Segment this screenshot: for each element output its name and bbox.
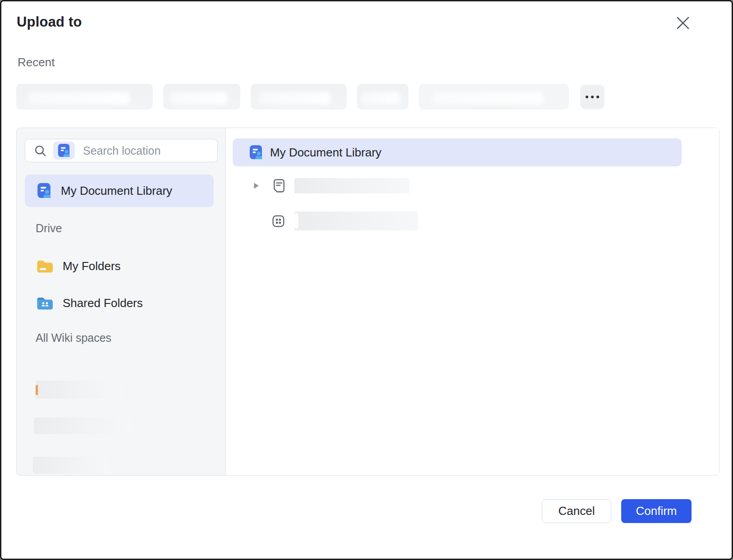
tree-item-row[interactable] — [252, 178, 719, 194]
library-icon — [37, 183, 52, 199]
search-box[interactable] — [25, 139, 218, 162]
tree-root-my-document-library[interactable]: My Document Library — [233, 138, 682, 166]
recent-chip[interactable] — [251, 84, 347, 110]
upload-dialog: Upload to Recent — [0, 0, 733, 560]
library-icon — [249, 145, 263, 160]
sidebar-item-label: My Document Library — [61, 184, 172, 198]
sidebar-item-my-document-library[interactable]: My Document Library — [25, 174, 214, 207]
expand-button[interactable] — [252, 182, 260, 190]
close-button[interactable] — [675, 15, 691, 31]
sidebar-item-label: My Folders — [63, 259, 121, 273]
library-icon — [57, 143, 71, 158]
search-input[interactable] — [81, 144, 217, 157]
doc-icon — [271, 178, 285, 193]
dialog-title: Upload to — [17, 14, 82, 30]
my-folders-icon — [37, 259, 54, 273]
redacted-item-name — [294, 178, 409, 193]
search-scope-chip[interactable] — [53, 142, 75, 160]
sidebar-item-my-folders[interactable]: My Folders — [17, 257, 225, 275]
redacted-wiki-space-item[interactable] — [34, 418, 133, 434]
more-recent-button[interactable] — [580, 85, 605, 109]
more-icon — [585, 95, 600, 99]
sidebar-item-label: Shared Folders — [63, 296, 143, 310]
caret-right-icon — [253, 182, 260, 190]
redacted-item-name — [294, 211, 418, 230]
cancel-button[interactable]: Cancel — [542, 499, 611, 523]
location-picker-panel: My Document Library Drive My Folders — [16, 128, 719, 476]
sidebar-item-shared-folders[interactable]: Shared Folders — [17, 294, 225, 312]
location-sidebar: My Document Library Drive My Folders — [17, 128, 226, 475]
tree-item-row[interactable] — [271, 211, 719, 230]
recent-chip[interactable] — [16, 84, 153, 110]
recent-items-row — [16, 84, 605, 110]
recent-chip[interactable] — [419, 84, 569, 110]
grid-icon — [271, 214, 285, 228]
redacted-wiki-space-item[interactable] — [36, 381, 124, 399]
recent-label: Recent — [18, 55, 55, 69]
dialog-footer: Cancel Confirm — [542, 499, 692, 523]
section-label-all-wiki-spaces: All Wiki spaces — [36, 331, 225, 344]
shared-folders-icon — [37, 296, 54, 310]
location-tree: My Document Library — [226, 128, 719, 475]
redacted-wiki-space-item[interactable] — [33, 457, 109, 473]
recent-chip[interactable] — [357, 84, 408, 110]
section-label-drive: Drive — [36, 222, 225, 235]
tree-root-label: My Document Library — [270, 146, 381, 160]
close-icon — [675, 15, 691, 31]
confirm-button[interactable]: Confirm — [621, 499, 692, 523]
search-icon — [34, 144, 47, 157]
recent-chip[interactable] — [163, 84, 240, 110]
